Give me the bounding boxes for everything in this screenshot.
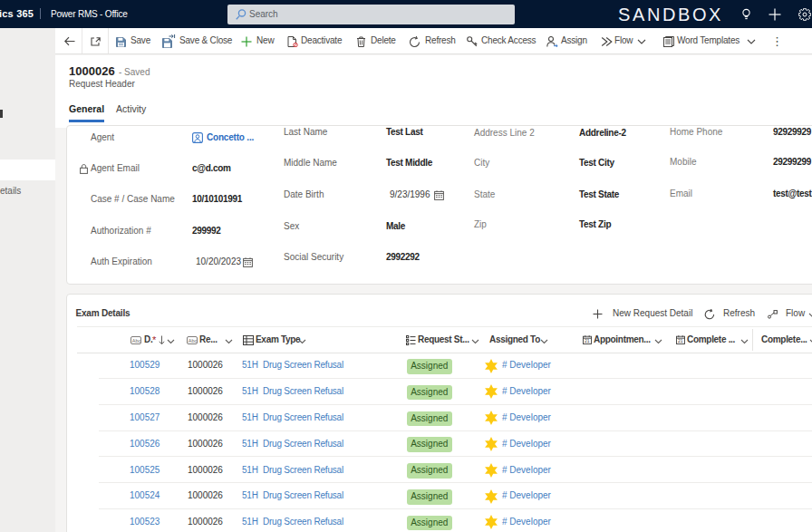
svg-text:21: 21 [585,338,590,343]
svg-text:Abc: Abc [188,338,198,343]
svg-text:21: 21 [678,338,683,343]
svg-text:Abc: Abc [132,338,141,343]
